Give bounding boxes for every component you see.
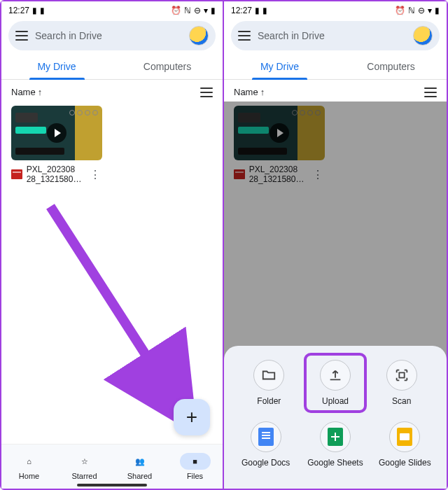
file-thumbnail[interactable] bbox=[11, 106, 102, 160]
upload-icon bbox=[327, 368, 344, 383]
sort-arrow-icon: ↑ bbox=[38, 87, 43, 97]
star-icon: ☆ bbox=[81, 457, 88, 466]
status-bar: 12:27 ▮ ▮ ⏰ ℕ ⊖ ▾ ▮ bbox=[224, 1, 447, 17]
nav-starred[interactable]: ☆ Starred bbox=[57, 444, 112, 489]
home-indicator bbox=[77, 484, 147, 486]
google-sheets-icon bbox=[328, 428, 343, 446]
search-placeholder: Search in Drive bbox=[35, 30, 182, 41]
nfc-icon: ℕ bbox=[408, 6, 415, 15]
sort-label: Name bbox=[234, 87, 258, 97]
status-time: 12:27 bbox=[8, 6, 29, 15]
status-icon-2: ▮ bbox=[262, 6, 267, 15]
status-bar: 12:27 ▮ ▮ ⏰ ℕ ⊖ ▾ ▮ bbox=[1, 1, 223, 17]
file-item[interactable]: PXL_202308 28_1321580… ⋮ bbox=[11, 106, 102, 184]
home-icon: ⌂ bbox=[27, 457, 31, 465]
avatar[interactable] bbox=[189, 26, 209, 46]
avatar[interactable] bbox=[413, 26, 433, 46]
video-file-icon bbox=[11, 169, 22, 179]
status-time: 12:27 bbox=[231, 6, 252, 15]
bottom-nav: ⌂ Home ☆ Starred 👥 Shared ■ Files bbox=[1, 444, 223, 489]
people-icon: 👥 bbox=[135, 457, 145, 466]
alarm-icon: ⏰ bbox=[171, 6, 181, 15]
sort-label: Name bbox=[11, 87, 36, 97]
folder-icon: ■ bbox=[192, 457, 197, 465]
phone-screenshot-right: 12:27 ▮ ▮ ⏰ ℕ ⊖ ▾ ▮ Search in Drive My D… bbox=[224, 1, 447, 489]
sheet-scan[interactable]: Scan bbox=[370, 360, 433, 406]
wifi-icon: ▾ bbox=[204, 6, 208, 15]
plus-icon: + bbox=[186, 406, 197, 428]
search-placeholder: Search in Drive bbox=[258, 30, 406, 41]
battery-icon: ▮ bbox=[435, 6, 440, 15]
scan-icon bbox=[393, 368, 410, 383]
sort-row[interactable]: Name ↑ bbox=[224, 80, 447, 102]
dnd-icon: ⊖ bbox=[418, 6, 425, 15]
play-icon bbox=[47, 123, 66, 143]
tab-my-drive[interactable]: My Drive bbox=[224, 53, 335, 79]
nav-shared[interactable]: 👥 Shared bbox=[112, 444, 167, 489]
dnd-icon: ⊖ bbox=[194, 6, 201, 15]
search-bar[interactable]: Search in Drive bbox=[231, 21, 440, 50]
wifi-icon: ▾ bbox=[428, 6, 432, 15]
fab-new[interactable]: + bbox=[174, 399, 210, 435]
phone-screenshot-left: 12:27 ▮ ▮ ⏰ ℕ ⊖ ▾ ▮ Search in Drive My D… bbox=[1, 1, 224, 489]
sort-row[interactable]: Name ↑ bbox=[1, 80, 223, 102]
battery-icon: ▮ bbox=[211, 6, 216, 15]
nfc-icon: ℕ bbox=[184, 6, 191, 15]
sort-arrow-icon: ↑ bbox=[260, 87, 265, 97]
folder-outline-icon bbox=[260, 368, 277, 383]
tab-computers[interactable]: Computers bbox=[335, 53, 447, 79]
view-toggle-icon[interactable] bbox=[200, 88, 213, 97]
tabs: My Drive Computers bbox=[224, 53, 447, 80]
tab-computers[interactable]: Computers bbox=[112, 53, 223, 79]
svg-line-0 bbox=[50, 206, 176, 402]
google-docs-icon bbox=[258, 428, 274, 446]
sheet-google-sheets[interactable]: Google Sheets bbox=[304, 421, 367, 468]
tab-my-drive[interactable]: My Drive bbox=[1, 53, 112, 79]
file-more-icon[interactable]: ⋮ bbox=[88, 168, 102, 181]
status-icon-2: ▮ bbox=[40, 6, 45, 15]
annotation-arrow bbox=[29, 192, 204, 424]
status-icon-1: ▮ bbox=[255, 6, 260, 15]
menu-icon[interactable] bbox=[15, 31, 28, 41]
new-bottom-sheet: Folder Upload Scan Google Docs bbox=[224, 346, 447, 489]
sheet-upload[interactable]: Upload bbox=[304, 353, 367, 413]
alarm-icon: ⏰ bbox=[395, 6, 405, 15]
sheet-google-slides[interactable]: Google Slides bbox=[373, 421, 436, 468]
nav-home[interactable]: ⌂ Home bbox=[1, 444, 57, 489]
sheet-google-docs[interactable]: Google Docs bbox=[234, 421, 298, 468]
nav-files[interactable]: ■ Files bbox=[167, 444, 223, 489]
menu-icon[interactable] bbox=[238, 31, 251, 41]
tabs: My Drive Computers bbox=[1, 53, 223, 80]
status-icon-1: ▮ bbox=[32, 6, 37, 15]
sheet-folder[interactable]: Folder bbox=[237, 360, 300, 406]
file-name: PXL_202308 28_1321580… bbox=[27, 164, 84, 184]
google-slides-icon bbox=[397, 428, 412, 446]
view-toggle-icon[interactable] bbox=[424, 88, 437, 97]
search-bar[interactable]: Search in Drive bbox=[8, 21, 216, 50]
